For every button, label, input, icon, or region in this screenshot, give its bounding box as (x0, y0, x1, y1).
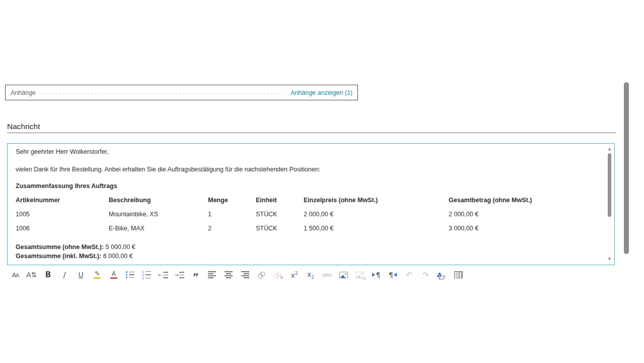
right-to-left-icon[interactable]: ¶ (385, 268, 401, 281)
order-totals: Gesamtsumme (ohne MwSt.): 5 000,00 €Gesa… (16, 243, 605, 261)
redo-icon: ↷ (417, 268, 434, 281)
insert-link-icon[interactable] (253, 268, 270, 281)
table-header-cell: Artikelnummer (16, 193, 109, 207)
left-to-right-icon[interactable]: ¶ (368, 268, 385, 281)
table-header-cell: Einzelpreis (ohne MwSt.) (304, 193, 449, 207)
undo-icon: ↶ (401, 268, 417, 281)
section-divider (7, 133, 616, 133)
font-size-icon[interactable]: A⇅ (24, 268, 40, 281)
table-row: 1005Mountainbike, XS1STÜCK2 000,00 €2 00… (16, 207, 595, 221)
clear-format-icon[interactable]: A (434, 268, 450, 281)
table-header-cell: Menge (208, 193, 256, 207)
bullet-list-icon[interactable] (122, 268, 138, 281)
order-summary-heading: Zusammenfassung Ihres Auftrags (16, 183, 605, 190)
attachments-label: Anhänge (11, 89, 36, 96)
total-line: Gesamtsumme (ohne MwSt.): 5 000,00 € (16, 243, 605, 252)
order-lines-table: ArtikelnummerBeschreibungMengeEinheitEin… (16, 193, 595, 235)
increase-indent-icon[interactable]: → (171, 268, 188, 281)
font-color-icon[interactable]: A (106, 268, 122, 281)
superscript-icon[interactable]: x2 (286, 268, 303, 281)
numbered-list-icon[interactable]: 123 (138, 268, 155, 281)
table-cell: 2 000,00 € (304, 207, 449, 221)
align-right-icon[interactable] (237, 268, 253, 281)
underline-icon[interactable]: U (73, 268, 89, 281)
scroll-up-icon[interactable]: ▲ (606, 146, 613, 153)
greeting-line: Sehr geehrter Herr Wolkerstorfer, (16, 149, 605, 155)
page-scrollbar-thumb[interactable] (624, 82, 629, 254)
highlight-color-icon[interactable]: ✎ (89, 268, 106, 281)
table-cell: 1 (208, 207, 256, 221)
table-header-row: ArtikelnummerBeschreibungMengeEinheitEin… (16, 193, 595, 207)
intro-line: vielen Dank für Ihre Bestellung. Anbei e… (16, 166, 605, 173)
table-cell: 1 500,00 € (304, 221, 449, 235)
message-editor[interactable]: Sehr geehrter Herr Wolkerstorfer, vielen… (7, 143, 615, 265)
message-scrollbar-thumb[interactable] (608, 153, 611, 217)
subscript-icon[interactable]: x2 (303, 268, 319, 281)
bold-icon[interactable]: B (40, 268, 56, 281)
total-line: Gesamtsumme (inkl. MwSt.): 6 000,00 € (16, 252, 605, 261)
table-cell: 2 000,00 € (449, 207, 595, 221)
table-cell: STÜCK (256, 221, 304, 235)
attachments-field: Anhänge Anhänge anzeigen (1) (5, 85, 358, 100)
table-cell: 1005 (16, 207, 109, 221)
insert-image-icon[interactable] (335, 268, 352, 281)
blockquote-icon[interactable]: ” (188, 268, 204, 281)
message-body[interactable]: Sehr geehrter Herr Wolkerstorfer, vielen… (8, 144, 605, 265)
strikethrough-icon: abc (319, 268, 335, 281)
insert-table-icon[interactable] (450, 268, 467, 281)
align-left-icon[interactable] (204, 268, 221, 281)
table-cell: 1006 (16, 221, 109, 235)
message-section-title: Nachricht (7, 122, 40, 131)
font-name-icon[interactable]: AA (7, 268, 24, 281)
align-center-icon[interactable] (221, 268, 237, 281)
show-attachments-link[interactable]: Anhänge anzeigen (1) (291, 89, 352, 96)
table-cell: E-Bike, MAX (109, 221, 208, 235)
italic-icon[interactable]: / (56, 268, 73, 281)
table-cell: Mountainbike, XS (109, 207, 208, 221)
message-scrollbar[interactable]: ▲ ▼ (606, 145, 613, 264)
table-header-cell: Gesamtbetrag (ohne MwSt.) (449, 193, 595, 207)
scroll-down-icon[interactable]: ▼ (606, 256, 613, 263)
decrease-indent-icon[interactable]: ← (155, 268, 171, 281)
table-cell: STÜCK (256, 207, 304, 221)
table-cell: 3 000,00 € (449, 221, 595, 235)
table-row: 1006E-Bike, MAX2STÜCK1 500,00 €3 000,00 … (16, 221, 595, 235)
dotted-leader (41, 93, 285, 94)
remove-link-icon: × (270, 268, 287, 281)
rich-text-toolbar: AAA⇅B/U✎A123←→”×x2x2abc¶¶↶↷A (7, 268, 467, 282)
table-header-cell: Beschreibung (109, 193, 208, 207)
table-cell: 2 (208, 221, 256, 235)
edit-image-icon (351, 268, 368, 281)
table-header-cell: Einheit (256, 193, 304, 207)
